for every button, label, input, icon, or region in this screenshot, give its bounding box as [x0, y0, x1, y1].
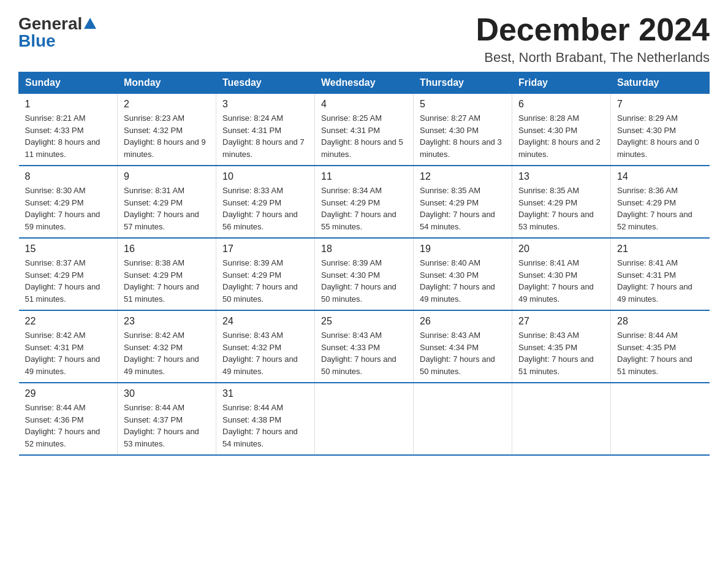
calendar-cell: 8 Sunrise: 8:30 AM Sunset: 4:29 PM Dayli…: [19, 166, 118, 238]
day-info: Sunrise: 8:33 AM Sunset: 4:29 PM Dayligh…: [222, 185, 308, 232]
day-info: Sunrise: 8:21 AM Sunset: 4:33 PM Dayligh…: [25, 112, 112, 160]
day-info: Sunrise: 8:44 AM Sunset: 4:35 PM Dayligh…: [617, 329, 703, 377]
logo-general: General: [18, 15, 82, 33]
calendar-week-row: 1 Sunrise: 8:21 AM Sunset: 4:33 PM Dayli…: [19, 94, 710, 166]
calendar-cell: 22 Sunrise: 8:42 AM Sunset: 4:31 PM Dayl…: [19, 310, 118, 383]
calendar-cell: 30 Sunrise: 8:44 AM Sunset: 4:37 PM Dayl…: [118, 383, 216, 455]
calendar-cell: 11 Sunrise: 8:34 AM Sunset: 4:29 PM Dayl…: [315, 166, 414, 238]
calendar-cell: 26 Sunrise: 8:43 AM Sunset: 4:34 PM Dayl…: [414, 310, 512, 383]
day-number: 4: [321, 99, 407, 110]
logo-triangle-icon: [84, 17, 96, 29]
calendar-cell: 14 Sunrise: 8:36 AM Sunset: 4:29 PM Dayl…: [611, 166, 710, 238]
calendar-cell: 15 Sunrise: 8:37 AM Sunset: 4:29 PM Dayl…: [19, 238, 118, 310]
weekday-header-row: SundayMondayTuesdayWednesdayThursdayFrid…: [19, 72, 710, 94]
calendar-cell: 29 Sunrise: 8:44 AM Sunset: 4:36 PM Dayl…: [19, 383, 118, 455]
day-number: 23: [124, 316, 210, 327]
day-info: Sunrise: 8:39 AM Sunset: 4:29 PM Dayligh…: [222, 257, 308, 305]
weekday-header-monday: Monday: [118, 72, 216, 94]
day-info: Sunrise: 8:35 AM Sunset: 4:29 PM Dayligh…: [518, 185, 604, 232]
calendar-cell: 10 Sunrise: 8:33 AM Sunset: 4:29 PM Dayl…: [216, 166, 315, 238]
calendar-cell: 5 Sunrise: 8:27 AM Sunset: 4:30 PM Dayli…: [414, 94, 512, 166]
title-block: December 2024 Best, North Brabant, The N…: [476, 12, 710, 66]
day-info: Sunrise: 8:44 AM Sunset: 4:36 PM Dayligh…: [25, 402, 112, 450]
calendar-week-row: 22 Sunrise: 8:42 AM Sunset: 4:31 PM Dayl…: [19, 310, 710, 383]
calendar-cell: 9 Sunrise: 8:31 AM Sunset: 4:29 PM Dayli…: [118, 166, 216, 238]
day-number: 17: [222, 243, 308, 255]
day-number: 20: [518, 243, 604, 255]
day-info: Sunrise: 8:41 AM Sunset: 4:30 PM Dayligh…: [518, 257, 604, 305]
day-info: Sunrise: 8:24 AM Sunset: 4:31 PM Dayligh…: [222, 112, 308, 160]
calendar-cell: 24 Sunrise: 8:43 AM Sunset: 4:32 PM Dayl…: [216, 310, 315, 383]
day-number: 22: [25, 316, 112, 327]
day-number: 21: [617, 243, 703, 255]
day-number: 14: [617, 171, 703, 182]
day-info: Sunrise: 8:43 AM Sunset: 4:34 PM Dayligh…: [420, 329, 506, 377]
calendar-subtitle: Best, North Brabant, The Netherlands: [476, 50, 710, 66]
calendar-cell: 6 Sunrise: 8:28 AM Sunset: 4:30 PM Dayli…: [512, 94, 611, 166]
day-number: 3: [222, 99, 308, 110]
day-info: Sunrise: 8:27 AM Sunset: 4:30 PM Dayligh…: [420, 112, 506, 160]
day-number: 13: [518, 171, 604, 182]
day-number: 30: [124, 388, 210, 399]
day-info: Sunrise: 8:37 AM Sunset: 4:29 PM Dayligh…: [25, 257, 112, 305]
day-number: 25: [321, 316, 407, 327]
day-info: Sunrise: 8:43 AM Sunset: 4:33 PM Dayligh…: [321, 329, 407, 377]
day-info: Sunrise: 8:25 AM Sunset: 4:31 PM Dayligh…: [321, 112, 407, 160]
day-info: Sunrise: 8:42 AM Sunset: 4:31 PM Dayligh…: [25, 329, 112, 377]
calendar-cell: [414, 383, 512, 455]
calendar-week-row: 8 Sunrise: 8:30 AM Sunset: 4:29 PM Dayli…: [19, 166, 710, 238]
calendar-cell: 7 Sunrise: 8:29 AM Sunset: 4:30 PM Dayli…: [611, 94, 710, 166]
day-info: Sunrise: 8:42 AM Sunset: 4:32 PM Dayligh…: [124, 329, 210, 377]
weekday-header-wednesday: Wednesday: [315, 72, 414, 94]
day-info: Sunrise: 8:44 AM Sunset: 4:37 PM Dayligh…: [124, 402, 210, 450]
day-number: 11: [321, 171, 407, 182]
calendar-cell: 18 Sunrise: 8:39 AM Sunset: 4:30 PM Dayl…: [315, 238, 414, 310]
calendar-cell: 12 Sunrise: 8:35 AM Sunset: 4:29 PM Dayl…: [414, 166, 512, 238]
calendar-cell: 1 Sunrise: 8:21 AM Sunset: 4:33 PM Dayli…: [19, 94, 118, 166]
day-number: 12: [420, 171, 506, 182]
calendar-cell: 27 Sunrise: 8:43 AM Sunset: 4:35 PM Dayl…: [512, 310, 611, 383]
day-info: Sunrise: 8:40 AM Sunset: 4:30 PM Dayligh…: [420, 257, 506, 305]
day-info: Sunrise: 8:34 AM Sunset: 4:29 PM Dayligh…: [321, 185, 407, 232]
calendar-cell: 3 Sunrise: 8:24 AM Sunset: 4:31 PM Dayli…: [216, 94, 315, 166]
day-number: 7: [617, 99, 703, 110]
weekday-header-thursday: Thursday: [414, 72, 512, 94]
day-number: 9: [124, 171, 210, 182]
day-number: 10: [222, 171, 308, 182]
calendar-week-row: 29 Sunrise: 8:44 AM Sunset: 4:36 PM Dayl…: [19, 383, 710, 455]
calendar-cell: 2 Sunrise: 8:23 AM Sunset: 4:32 PM Dayli…: [118, 94, 216, 166]
calendar-cell: 21 Sunrise: 8:41 AM Sunset: 4:31 PM Dayl…: [611, 238, 710, 310]
calendar-cell: 4 Sunrise: 8:25 AM Sunset: 4:31 PM Dayli…: [315, 94, 414, 166]
day-info: Sunrise: 8:30 AM Sunset: 4:29 PM Dayligh…: [25, 185, 112, 232]
svg-marker-0: [84, 18, 96, 29]
calendar-cell: 16 Sunrise: 8:38 AM Sunset: 4:29 PM Dayl…: [118, 238, 216, 310]
calendar-cell: 28 Sunrise: 8:44 AM Sunset: 4:35 PM Dayl…: [611, 310, 710, 383]
day-info: Sunrise: 8:43 AM Sunset: 4:35 PM Dayligh…: [518, 329, 604, 377]
day-number: 18: [321, 243, 407, 255]
day-number: 8: [25, 171, 112, 182]
day-number: 26: [420, 316, 506, 327]
calendar-cell: 20 Sunrise: 8:41 AM Sunset: 4:30 PM Dayl…: [512, 238, 611, 310]
calendar-cell: 17 Sunrise: 8:39 AM Sunset: 4:29 PM Dayl…: [216, 238, 315, 310]
day-info: Sunrise: 8:44 AM Sunset: 4:38 PM Dayligh…: [222, 402, 308, 450]
day-info: Sunrise: 8:38 AM Sunset: 4:29 PM Dayligh…: [124, 257, 210, 305]
day-info: Sunrise: 8:29 AM Sunset: 4:30 PM Dayligh…: [617, 112, 703, 160]
weekday-header-sunday: Sunday: [19, 72, 118, 94]
calendar-table: SundayMondayTuesdayWednesdayThursdayFrid…: [18, 72, 710, 456]
calendar-cell: [315, 383, 414, 455]
day-number: 29: [25, 388, 112, 399]
day-info: Sunrise: 8:36 AM Sunset: 4:29 PM Dayligh…: [617, 185, 703, 232]
day-info: Sunrise: 8:31 AM Sunset: 4:29 PM Dayligh…: [124, 185, 210, 232]
day-number: 24: [222, 316, 308, 327]
day-number: 6: [518, 99, 604, 110]
calendar-cell: 25 Sunrise: 8:43 AM Sunset: 4:33 PM Dayl…: [315, 310, 414, 383]
logo: General Blue: [18, 15, 96, 50]
day-number: 16: [124, 243, 210, 255]
day-number: 2: [124, 99, 210, 110]
calendar-cell: 31 Sunrise: 8:44 AM Sunset: 4:38 PM Dayl…: [216, 383, 315, 455]
calendar-cell: [512, 383, 611, 455]
day-number: 5: [420, 99, 506, 110]
calendar-week-row: 15 Sunrise: 8:37 AM Sunset: 4:29 PM Dayl…: [19, 238, 710, 310]
weekday-header-saturday: Saturday: [611, 72, 710, 94]
day-info: Sunrise: 8:23 AM Sunset: 4:32 PM Dayligh…: [124, 112, 210, 160]
